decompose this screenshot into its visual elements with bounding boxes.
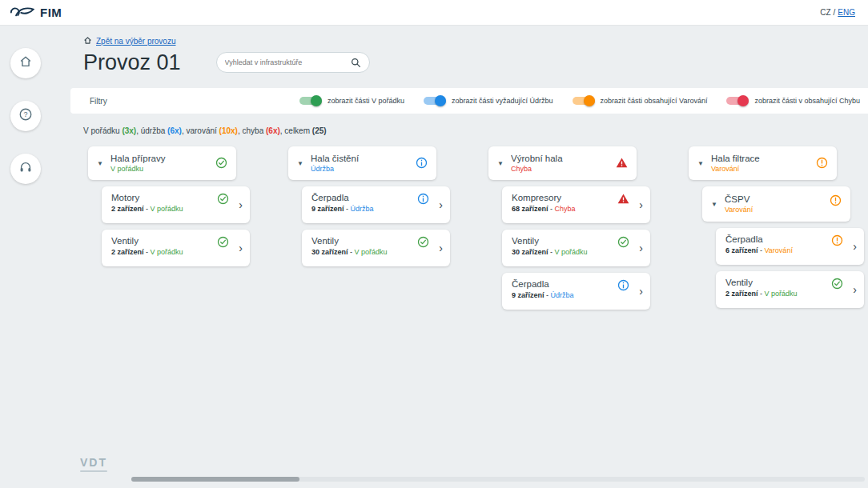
equipment-card[interactable]: Čerpadla9 zařízení - Údržba› <box>502 273 650 310</box>
equipment-info: Ventily2 zařízení - V pořádku <box>725 278 835 298</box>
error-status-icon <box>617 193 629 205</box>
equipment-card[interactable]: Motory2 zařízení - V pořádku› <box>102 186 250 223</box>
equipment-card[interactable]: Čerpadla9 zařízení - Údržba› <box>302 186 450 223</box>
search-icon[interactable] <box>351 58 361 68</box>
toggle-knob <box>311 95 322 106</box>
home-icon <box>18 54 33 72</box>
toggle-label-error: zobrazit části v obsahující Chybu <box>754 97 860 105</box>
toggle-label-ok: zobrazit části V pořádku <box>328 97 404 105</box>
toggle-knob <box>584 95 595 106</box>
hall-card-info: Hala přípravyV pořádku <box>111 154 212 173</box>
maintenance-status-icon <box>617 279 629 291</box>
chevron-right-icon[interactable]: › <box>853 241 857 252</box>
summary-segment: (6x) <box>167 126 182 135</box>
lang-eng-link[interactable]: ENG <box>838 8 855 17</box>
equipment-info: Ventily30 zařízení - V pořádku <box>512 236 621 256</box>
summary-segment: (6x) <box>266 126 280 135</box>
equipment-info: Čerpadla9 zařízení - Údržba <box>512 279 621 299</box>
equipment-info: Čerpadla6 zařízení - Varování <box>725 234 835 254</box>
lang-cz[interactable]: CZ <box>820 8 830 17</box>
language-switcher: CZ / ENG <box>820 8 855 17</box>
equipment-card[interactable]: Ventily30 zařízení - V pořádku› <box>302 230 450 266</box>
summary-segment: (25) <box>312 126 327 135</box>
equipment-card[interactable]: Kompresory68 zařízení - Chyba› <box>502 186 650 223</box>
filter-group-ok: zobrazit části V pořádku <box>299 95 404 106</box>
equipment-count-status: 6 zařízení - Varování <box>725 246 835 254</box>
back-to-selection-link[interactable]: Zpět na výběr provozu <box>96 37 176 46</box>
equipment-card[interactable]: Ventily30 zařízení - V pořádku› <box>502 230 650 266</box>
equipment-card[interactable]: Čerpadla6 zařízení - Varování› <box>716 228 864 265</box>
horizontal-scrollbar[interactable] <box>131 477 865 482</box>
toggle-show-error[interactable] <box>726 95 749 106</box>
title-row: Provoz 01 <box>83 48 868 77</box>
hall-card[interactable]: ▼Hala filtraceVarování <box>689 146 837 180</box>
equipment-title: Čerpadla <box>311 193 421 202</box>
hall-card[interactable]: ▼Hala čistěníÚdržba <box>288 146 436 180</box>
hall-card[interactable]: ▼Výrobní halaChyba <box>488 146 637 180</box>
search-input[interactable] <box>225 58 351 66</box>
app-header: FIM CZ / ENG <box>0 0 868 26</box>
hall-card-info: Hala filtraceVarování <box>711 154 813 173</box>
ok-status-icon <box>417 236 429 248</box>
toggle-show-warning[interactable] <box>573 95 595 106</box>
hall-card-info: Výrobní halaChyba <box>511 154 613 173</box>
maintenance-status-icon <box>417 193 429 205</box>
hall-card-status: Chyba <box>511 165 613 173</box>
equipment-card[interactable]: Ventily2 zařízení - V pořádku› <box>102 230 250 266</box>
app-brand: FIM <box>8 2 62 23</box>
error-status-icon <box>616 157 628 169</box>
expand-caret-icon[interactable]: ▼ <box>295 160 306 167</box>
equipment-info: Ventily2 zařízení - V pořádku <box>111 236 221 256</box>
warning-status-icon <box>830 194 842 206</box>
hall-card[interactable]: ▼Hala přípravyV pořádku <box>88 146 236 180</box>
home-button[interactable] <box>10 48 41 78</box>
horizontal-scrollbar-thumb[interactable] <box>131 477 299 482</box>
filter-group-warning: zobrazit části obsahující Varování <box>573 95 708 106</box>
chevron-right-icon[interactable]: › <box>639 242 643 254</box>
hall-card-title: Hala filtrace <box>711 154 813 163</box>
chevron-right-icon[interactable]: › <box>639 286 643 297</box>
expand-caret-icon[interactable]: ▼ <box>495 160 506 167</box>
search-box[interactable] <box>216 52 370 73</box>
equipment-card[interactable]: Ventily2 zařízení - V pořádku› <box>716 271 864 308</box>
breadcrumb: Zpět na výběr provozu <box>83 35 868 46</box>
chevron-right-icon[interactable]: › <box>239 242 243 254</box>
chevron-right-icon[interactable]: › <box>439 199 443 210</box>
summary-segment: V pořádku <box>83 126 122 135</box>
equipment-title: Čerpadla <box>512 279 621 289</box>
warning-status-icon <box>831 234 843 246</box>
main-content: Zpět na výběr provozu Provoz 01 Filtry z <box>51 26 868 488</box>
equipment-info: Ventily30 zařízení - V pořádku <box>311 236 421 256</box>
chevron-right-icon[interactable]: › <box>853 284 857 295</box>
hall-card-title: Hala čistění <box>311 154 412 163</box>
hall-card-title: Hala přípravy <box>111 154 212 163</box>
ok-status-icon <box>217 236 229 248</box>
chevron-right-icon[interactable]: › <box>439 242 443 254</box>
vdt-logo-tagline <box>80 470 107 472</box>
toggle-label-warning: zobrazit části obsahující Varování <box>601 97 708 105</box>
hall-column: ▼Hala přípravyV pořádkuMotory2 zařízení … <box>88 146 252 266</box>
toggle-show-ok[interactable] <box>299 95 322 106</box>
toggle-knob <box>435 95 446 106</box>
subgroup-card[interactable]: ▼ČSPVVarování <box>702 186 850 222</box>
filter-group-error: zobrazit části v obsahující Chybu <box>726 95 860 106</box>
ok-status-icon <box>831 278 843 290</box>
equipment-count-status: 68 zařízení - Chyba <box>512 205 621 213</box>
help-button[interactable]: ? <box>10 101 41 131</box>
filter-group-maintenance: zobrazit části vyžadující Údržbu <box>424 95 553 106</box>
expand-caret-icon[interactable]: ▼ <box>709 201 720 208</box>
chevron-right-icon[interactable]: › <box>239 199 243 210</box>
expand-caret-icon[interactable]: ▼ <box>94 160 106 167</box>
home-small-icon <box>83 36 92 46</box>
expand-caret-icon[interactable]: ▼ <box>695 160 706 167</box>
subgroup-card-info: ČSPVVarování <box>725 194 826 214</box>
equipment-title: Ventily <box>725 278 835 287</box>
question-icon: ? <box>18 107 33 125</box>
chevron-right-icon[interactable]: › <box>639 199 643 210</box>
equipment-title: Ventily <box>111 236 221 246</box>
support-button[interactable] <box>10 154 41 184</box>
app-title: FIM <box>40 6 62 19</box>
equipment-title: Čerpadla <box>725 234 835 244</box>
vdt-logo-text: VDT <box>80 456 107 469</box>
toggle-show-maintenance[interactable] <box>424 95 446 106</box>
